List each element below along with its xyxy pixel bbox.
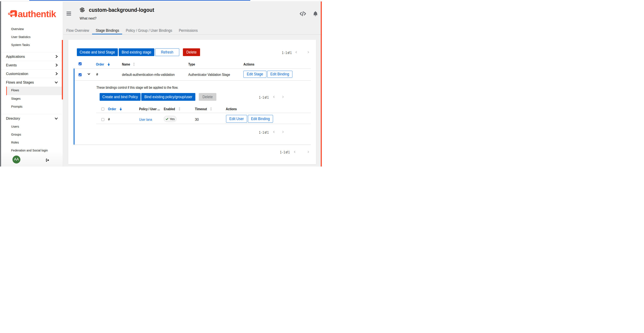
- svg-text:authentik: authentik: [18, 9, 56, 19]
